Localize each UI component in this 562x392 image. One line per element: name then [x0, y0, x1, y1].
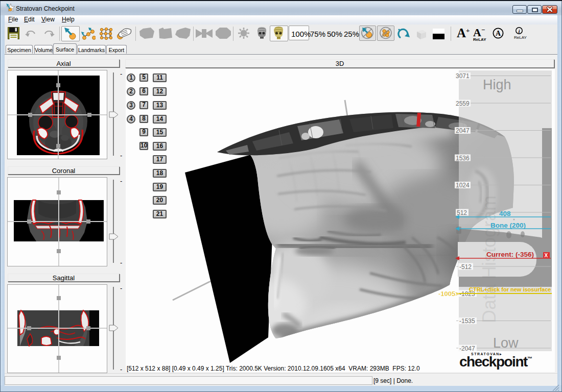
svg-text:-: - [120, 177, 122, 185]
svg-text:-512: -512 [459, 263, 472, 271]
svg-text:Current: (-356): Current: (-356) [486, 251, 534, 258]
svg-text:CTRL+click for new isosurface: CTRL+click for new isosurface [469, 286, 551, 292]
svg-text:-: - [120, 70, 122, 78]
svg-text:i: i [518, 28, 520, 34]
svg-text:Data Histogram: Data Histogram [479, 195, 500, 323]
svg-text:High: High [483, 77, 511, 92]
svg-text:Bone (200): Bone (200) [490, 222, 526, 229]
svg-text:-: - [120, 284, 122, 292]
svg-text:2559: 2559 [456, 100, 470, 107]
svg-text:X: X [545, 253, 548, 258]
svg-text:-1005>: -1005> [438, 290, 459, 298]
svg-text:1024: 1024 [456, 182, 470, 189]
svg-text:-: - [120, 152, 122, 158]
svg-text:-: - [120, 259, 122, 265]
svg-text:3071: 3071 [456, 72, 470, 80]
svg-text:-1535: -1535 [459, 317, 475, 325]
svg-text:408: 408 [499, 210, 511, 217]
svg-text:-2047: -2047 [459, 345, 475, 352]
svg-text:-: - [120, 365, 122, 372]
svg-text:1536: 1536 [456, 155, 470, 162]
svg-text:Low: Low [493, 335, 519, 351]
svg-text:A: A [496, 30, 501, 37]
svg-text:2047: 2047 [456, 127, 470, 134]
svg-text:512: 512 [457, 209, 467, 216]
